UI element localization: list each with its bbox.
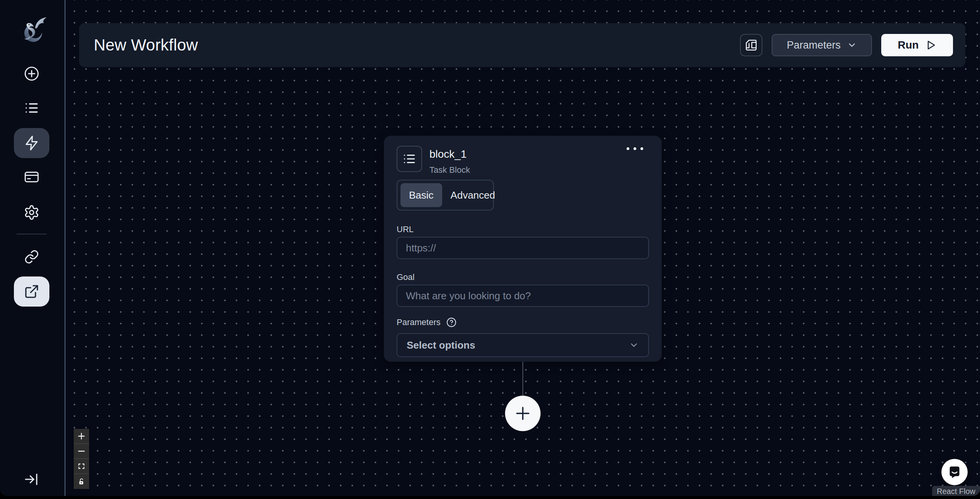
fit-view-icon xyxy=(78,462,85,470)
skyvern-logo xyxy=(15,14,50,48)
chevron-down-icon xyxy=(629,340,639,350)
node-title: block_1 xyxy=(429,148,467,160)
tab-basic[interactable]: Basic xyxy=(400,183,442,207)
parameters-dropdown-button[interactable]: Parameters xyxy=(772,34,872,56)
lock-button[interactable] xyxy=(74,474,89,489)
sidebar-item-settings[interactable] xyxy=(14,197,49,228)
plus-circle-icon xyxy=(24,66,40,82)
sidebar-item-runs[interactable] xyxy=(14,93,49,123)
url-label: URL xyxy=(397,224,414,234)
goal-label: Goal xyxy=(397,272,414,282)
node-icon-box xyxy=(397,146,422,172)
plus-icon xyxy=(514,405,532,422)
zoom-in-icon xyxy=(77,432,86,440)
node-subtitle: Task Block xyxy=(429,165,470,175)
node-menu-button[interactable] xyxy=(623,144,646,153)
gear-icon xyxy=(24,204,40,221)
workflow-header-bar: New Workflow Parameters Run xyxy=(79,23,965,67)
sidebar-collapse-button[interactable] xyxy=(14,464,49,494)
credit-card-icon xyxy=(24,169,40,185)
save-icon xyxy=(745,39,758,52)
arrow-right-to-bar-icon xyxy=(24,471,40,487)
sidebar xyxy=(0,0,64,496)
sidebar-item-integrations[interactable] xyxy=(14,242,49,272)
list-icon xyxy=(24,100,40,116)
lightning-icon xyxy=(24,135,40,151)
sidebar-item-credentials[interactable] xyxy=(14,162,49,192)
chat-widget-button[interactable] xyxy=(941,459,968,485)
add-block-button[interactable] xyxy=(505,396,541,431)
run-button-label: Run xyxy=(898,39,919,51)
parameters-label-row: Parameters xyxy=(397,317,457,328)
help-circle-icon[interactable] xyxy=(446,317,457,328)
node-tabs: Basic Advanced xyxy=(397,180,494,211)
url-input[interactable] xyxy=(397,237,649,259)
run-button[interactable]: Run xyxy=(881,34,953,56)
sidebar-item-workflows[interactable] xyxy=(14,128,49,158)
list-icon xyxy=(402,152,417,166)
zoom-in-button[interactable] xyxy=(74,429,89,444)
workflow-editor-app: New Workflow Parameters Run xyxy=(0,0,980,496)
fit-view-button[interactable] xyxy=(74,459,89,474)
play-icon xyxy=(925,39,936,51)
goal-input[interactable] xyxy=(397,285,649,307)
parameters-select-value: Select options xyxy=(407,339,475,351)
node-connector-edge xyxy=(522,362,523,396)
chat-bubble-icon xyxy=(947,464,962,480)
header-actions: Parameters Run xyxy=(740,34,953,56)
ellipsis-icon xyxy=(627,147,629,150)
parameters-button-label: Parameters xyxy=(787,39,841,51)
save-button[interactable] xyxy=(740,34,762,56)
sidebar-item-create[interactable] xyxy=(14,59,49,89)
external-link-icon xyxy=(24,284,39,299)
zoom-out-icon xyxy=(77,447,86,455)
sidebar-item-open-external[interactable] xyxy=(14,276,49,307)
react-flow-attribution: React Flow xyxy=(932,486,980,496)
tab-advanced[interactable]: Advanced xyxy=(442,183,504,207)
task-block-node[interactable]: block_1 Task Block Basic Advanced URL Go… xyxy=(384,136,662,362)
zoom-out-button[interactable] xyxy=(74,444,89,459)
sidebar-divider xyxy=(17,234,47,234)
page-title: New Workflow xyxy=(94,36,198,54)
parameters-select[interactable]: Select options xyxy=(397,333,649,357)
link-icon xyxy=(24,249,39,265)
parameters-label: Parameters xyxy=(397,317,441,327)
chevron-down-icon xyxy=(847,40,857,50)
lock-icon xyxy=(78,478,85,486)
canvas-controls xyxy=(74,429,89,489)
